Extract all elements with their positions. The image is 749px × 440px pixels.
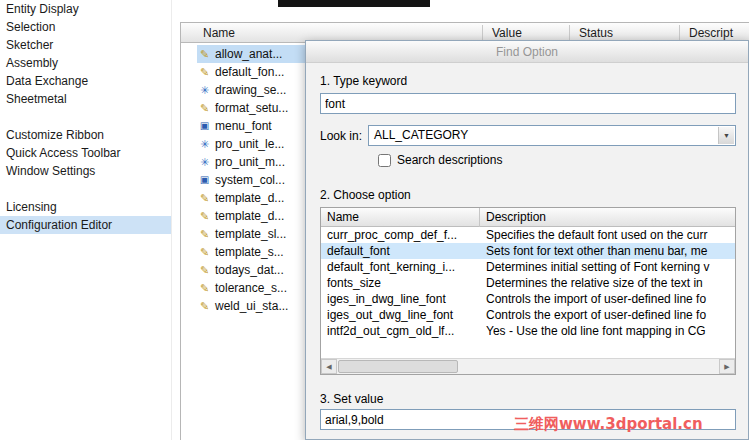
asterisk-icon: ✳ (197, 153, 212, 171)
scroll-left-icon[interactable]: ◀ (321, 359, 337, 374)
result-description: Specifies the default font used on the c… (479, 227, 735, 243)
sidebar-item-sketcher[interactable]: Sketcher (0, 36, 171, 54)
config-option-name: pro_unit_le... (212, 135, 284, 153)
result-description: Controls the export of user-defined line… (479, 307, 735, 323)
dialog-title: Find Option (496, 45, 558, 59)
config-option-name: template_s... (212, 243, 284, 261)
truncated-dropdown-control[interactable] (278, 0, 430, 7)
result-description: Determines initial setting of Font kerni… (479, 259, 735, 275)
sidebar-item-data-exchange[interactable]: Data Exchange (0, 72, 171, 90)
result-description: Determines the relative size of the text… (479, 275, 735, 291)
pencil-icon: ✎ (197, 99, 212, 117)
sidebar-item-configuration-editor[interactable]: Configuration Editor (0, 216, 171, 234)
results-column-description[interactable]: Description (479, 208, 735, 227)
search-descriptions-checkbox[interactable] (378, 154, 391, 167)
search-descriptions-row: Search descriptions (378, 152, 502, 168)
keyword-input[interactable] (320, 93, 736, 114)
search-descriptions-label: Search descriptions (397, 153, 502, 167)
chevron-down-icon[interactable]: ▼ (718, 127, 734, 144)
options-window: Entity Display Selection Sketcher Assemb… (0, 0, 749, 440)
results-rows: curr_proc_comp_def_f...Specifies the def… (321, 227, 735, 339)
config-option-name: weld_ui_sta... (212, 297, 288, 315)
result-row[interactable]: default_font_kerning_i...Determines init… (321, 259, 735, 275)
sidebar-item-quick-access-toolbar[interactable]: Quick Access Toolbar (0, 144, 171, 162)
pencil-icon: ✎ (197, 279, 212, 297)
pencil-icon: ✎ (197, 63, 212, 81)
column-divider (482, 25, 483, 41)
config-option-name: format_setu... (212, 99, 288, 117)
sidebar-item-customize-ribbon[interactable]: Customize Ribbon (0, 126, 171, 144)
asterisk-icon: ✳ (197, 81, 212, 99)
result-row-selected[interactable]: default_fontSets font for text other tha… (321, 243, 735, 259)
config-option-name: default_fon... (212, 63, 284, 81)
sidebar-item-selection[interactable]: Selection (0, 18, 171, 36)
result-row[interactable]: curr_proc_comp_def_f...Specifies the def… (321, 227, 735, 243)
result-name: intf2d_out_cgm_old_lf... (321, 323, 479, 339)
result-name: default_font (321, 243, 479, 259)
results-column-name[interactable]: Name (321, 208, 479, 227)
sidebar-item-entity-display[interactable]: Entity Display (0, 0, 171, 18)
step1-label: 1. Type keyword (320, 74, 407, 88)
sidebar-item-sheetmetal[interactable]: Sheetmetal (0, 90, 171, 108)
window-icon: ▣ (197, 117, 212, 135)
config-option-name: system_col... (212, 171, 285, 189)
result-name: iges_in_dwg_line_font (321, 291, 479, 307)
results-table-header: Name Description (321, 208, 735, 227)
step2-label: 2. Choose option (320, 188, 411, 202)
pencil-icon: ✎ (197, 207, 212, 225)
result-name: curr_proc_comp_def_f... (321, 227, 479, 243)
sidebar-item-assembly[interactable]: Assembly (0, 54, 171, 72)
result-row[interactable]: fonts_sizeDetermines the relative size o… (321, 275, 735, 291)
scrollbar-thumb[interactable] (338, 360, 458, 373)
config-option-name: tolerance_s... (212, 279, 287, 297)
config-option-name: template_d... (212, 189, 284, 207)
look-in-label: Look in: (320, 129, 362, 143)
sidebar-item-licensing[interactable]: Licensing (0, 198, 171, 216)
column-header-name[interactable]: Name (203, 23, 235, 43)
config-option-name: todays_dat... (212, 261, 284, 279)
result-name: iges_out_dwg_line_font (321, 307, 479, 323)
config-option-name: menu_font (212, 117, 272, 135)
pencil-icon: ✎ (197, 45, 212, 63)
pencil-icon: ✎ (197, 189, 212, 207)
window-icon: ▣ (197, 171, 212, 189)
pencil-icon: ✎ (197, 243, 212, 261)
watermark-text: 三维网www.3dportal.cn (514, 415, 703, 434)
result-name: default_font_kerning_i... (321, 259, 479, 275)
pencil-icon: ✎ (197, 261, 212, 279)
sidebar-item-window-settings[interactable]: Window Settings (0, 162, 171, 180)
look-in-value: ALL_CATEGORY (374, 126, 468, 145)
config-option-name: drawing_se... (212, 81, 286, 99)
pencil-icon: ✎ (197, 225, 212, 243)
category-sidebar: Entity Display Selection Sketcher Assemb… (0, 0, 172, 440)
asterisk-icon: ✳ (197, 135, 212, 153)
step3-label: 3. Set value (320, 392, 383, 406)
config-option-name: allow_anat... (212, 45, 282, 63)
result-name: fonts_size (321, 275, 479, 291)
pencil-icon: ✎ (197, 297, 212, 315)
horizontal-scrollbar[interactable]: ◀ ▶ (321, 358, 735, 374)
result-description: Sets font for text other than menu bar, … (479, 243, 735, 259)
scroll-right-icon[interactable]: ▶ (719, 359, 735, 374)
results-table: Name Description curr_proc_comp_def_f...… (320, 207, 736, 375)
look-in-dropdown[interactable]: ALL_CATEGORY ▼ (368, 125, 736, 146)
result-description: Controls the import of user-defined line… (479, 291, 735, 307)
config-option-name: template_d... (212, 207, 284, 225)
config-option-name: template_sl... (212, 225, 286, 243)
result-row[interactable]: iges_in_dwg_line_fontControls the import… (321, 291, 735, 307)
result-row[interactable]: iges_out_dwg_line_fontControls the expor… (321, 307, 735, 323)
result-description: Yes - Use the old line font mapping in C… (479, 323, 735, 339)
column-divider (569, 25, 570, 41)
result-row[interactable]: intf2d_out_cgm_old_lf...Yes - Use the ol… (321, 323, 735, 339)
dialog-titlebar[interactable]: Find Option (306, 41, 748, 63)
config-option-name: pro_unit_m... (212, 153, 285, 171)
column-divider (679, 25, 680, 41)
find-option-dialog: Find Option 1. Type keyword Look in: ALL… (305, 40, 749, 440)
